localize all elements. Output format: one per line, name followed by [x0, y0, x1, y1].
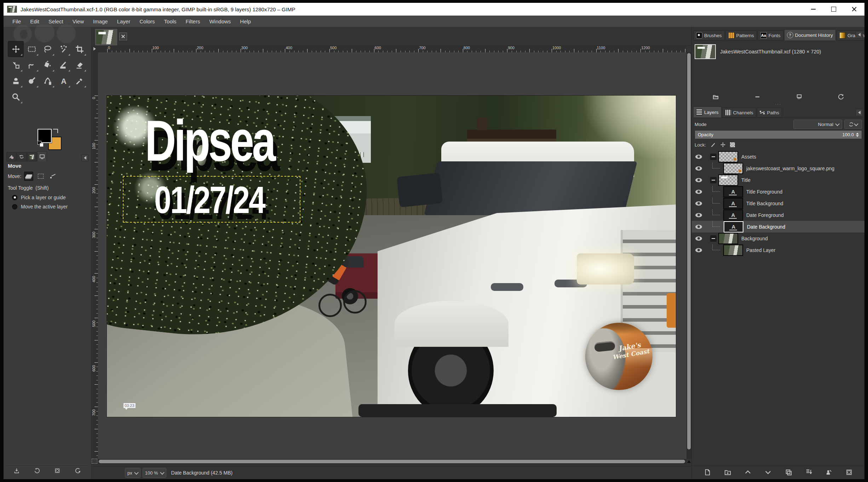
color-picker-tool[interactable] — [71, 73, 87, 89]
duplicate-layer-button[interactable] — [781, 467, 795, 477]
rect-select-tool[interactable] — [24, 41, 40, 57]
menu-windows[interactable]: Windows — [205, 16, 235, 27]
tool-toggle-option-1[interactable]: Move the active layer — [6, 202, 88, 211]
document-history-item[interactable]: JakesWestCoastThumbnail.xcf (1280 × 720) — [695, 44, 862, 59]
tab-tool-options[interactable]: i — [6, 152, 16, 161]
lock-alpha-icon[interactable] — [730, 142, 735, 147]
close-button[interactable] — [844, 3, 864, 16]
collapse-tool-options-button[interactable] — [81, 154, 88, 161]
mode-switch-button[interactable] — [844, 120, 862, 129]
layer-row-assets[interactable]: Assets — [692, 151, 864, 162]
tab-undo-history[interactable] — [17, 152, 27, 161]
delete-tool-preset-button[interactable] — [54, 467, 61, 475]
visibility-cell[interactable] — [692, 155, 705, 159]
tab-channels[interactable]: Channels — [722, 108, 756, 117]
delete-layer-button[interactable] — [842, 467, 856, 477]
visibility-cell[interactable] — [692, 213, 705, 217]
eraser-tool[interactable] — [71, 57, 87, 73]
opacity-slider[interactable]: Opacity 100.0 — [695, 130, 862, 139]
visibility-cell[interactable] — [692, 248, 705, 252]
menu-filters[interactable]: Filters — [181, 16, 205, 27]
menu-image[interactable]: Image — [88, 16, 113, 27]
clone-tool[interactable] — [8, 73, 24, 89]
horizontal-scrollbar[interactable] — [98, 459, 686, 464]
tab-fonts[interactable]: AaFonts — [758, 30, 783, 40]
tab-brushes[interactable]: Brushes — [693, 30, 725, 40]
merge-down-button[interactable] — [801, 467, 816, 477]
refresh-thumbnails-button[interactable] — [838, 93, 844, 102]
eye-icon[interactable] — [695, 248, 702, 252]
swap-colors-icon[interactable] — [52, 128, 59, 134]
horizontal-ruler[interactable]: 0100200300400500600700800900100011001200 — [98, 45, 686, 53]
navigation-button[interactable] — [687, 459, 691, 464]
new-layer-group-button[interactable] — [721, 467, 735, 477]
mode-dropdown[interactable]: Normal — [793, 120, 842, 129]
eye-icon[interactable] — [695, 190, 702, 194]
paths-tool[interactable] — [40, 73, 56, 89]
fuzzy-select-tool[interactable] — [56, 41, 71, 57]
add-mask-button[interactable] — [822, 467, 836, 477]
visibility-cell[interactable] — [692, 190, 705, 194]
menu-layer[interactable]: Layer — [113, 16, 135, 27]
layer-row-date-background[interactable]: ADate Background — [692, 221, 864, 233]
layer-row-title[interactable]: Title — [692, 174, 864, 186]
eye-icon[interactable] — [695, 155, 702, 159]
lock-pixels-icon[interactable] — [710, 142, 716, 148]
image-tab[interactable] — [95, 29, 117, 45]
lower-layer-button[interactable] — [761, 467, 775, 477]
zoom-select[interactable]: 100 % — [143, 468, 166, 478]
crop-tool[interactable] — [71, 41, 87, 57]
unit-select[interactable]: px — [125, 468, 140, 478]
visibility-cell[interactable] — [692, 178, 705, 182]
tab-paths[interactable]: Paths — [757, 108, 782, 117]
menu-colors[interactable]: Colors — [135, 16, 159, 27]
default-colors-icon[interactable] — [38, 141, 44, 147]
text-tool[interactable]: A — [56, 73, 71, 89]
maximize-button[interactable] — [823, 3, 844, 16]
tool-toggle-option-0[interactable]: Pick a layer or guide — [6, 193, 88, 202]
vertical-scrollbar-thumb[interactable] — [687, 53, 691, 449]
eye-icon[interactable] — [695, 201, 702, 206]
opacity-spinner[interactable] — [856, 133, 859, 137]
move-path-mode-button[interactable] — [48, 172, 57, 181]
layer-row-pasted-layer[interactable]: Pasted Layer — [692, 244, 864, 256]
smudge-tool[interactable] — [24, 73, 40, 89]
vertical-ruler[interactable]: 0100200300400500600700 — [91, 52, 98, 459]
collapse-layers-button[interactable] — [856, 109, 863, 116]
open-entry-button[interactable] — [712, 93, 719, 102]
eye-icon[interactable] — [695, 166, 702, 171]
collapse-group-icon[interactable] — [710, 177, 717, 183]
eye-icon[interactable] — [695, 225, 702, 229]
warp-tool[interactable] — [24, 57, 40, 73]
menu-help[interactable]: Help — [235, 16, 255, 27]
visibility-cell[interactable] — [692, 166, 705, 171]
ruler-menu-button[interactable] — [91, 45, 98, 53]
vertical-scrollbar[interactable] — [686, 52, 691, 459]
bucket-fill-tool[interactable] — [40, 57, 56, 73]
visibility-cell[interactable] — [692, 201, 705, 206]
menu-tools[interactable]: Tools — [160, 16, 181, 27]
tab-layers[interactable]: Layers — [693, 107, 722, 117]
tab-navigation[interactable] — [37, 151, 47, 161]
collapse-group-icon[interactable] — [710, 154, 717, 160]
eye-icon[interactable] — [695, 236, 702, 241]
reset-tool-options-button[interactable] — [75, 467, 81, 475]
tab-document-history[interactable]: ?Document History — [784, 29, 836, 40]
tab-patterns[interactable]: Patterns — [725, 30, 757, 40]
image-tab-close-button[interactable] — [119, 33, 127, 40]
paintbrush-tool[interactable] — [56, 57, 71, 73]
quick-mask-toggle[interactable] — [92, 459, 97, 464]
layer-row-title-background[interactable]: ATitle Background — [692, 197, 864, 209]
restore-tool-preset-button[interactable] — [34, 467, 40, 475]
collapse-group-icon[interactable] — [710, 235, 717, 242]
move-tool[interactable] — [8, 41, 24, 57]
minimize-button[interactable] — [803, 3, 823, 16]
layer-row-background[interactable]: Background — [692, 233, 864, 244]
clear-history-button[interactable] — [796, 93, 803, 102]
remove-entry-button[interactable] — [754, 93, 761, 102]
new-layer-button[interactable] — [701, 467, 715, 477]
transform-tool[interactable] — [8, 57, 24, 73]
visibility-cell[interactable] — [692, 225, 705, 229]
layer-row-jakeswestcoast-warm-logo-square-png[interactable]: jakeswestcoast_warm_logo_square.png — [692, 162, 864, 174]
dock-grip[interactable]: ··· — [692, 103, 864, 105]
